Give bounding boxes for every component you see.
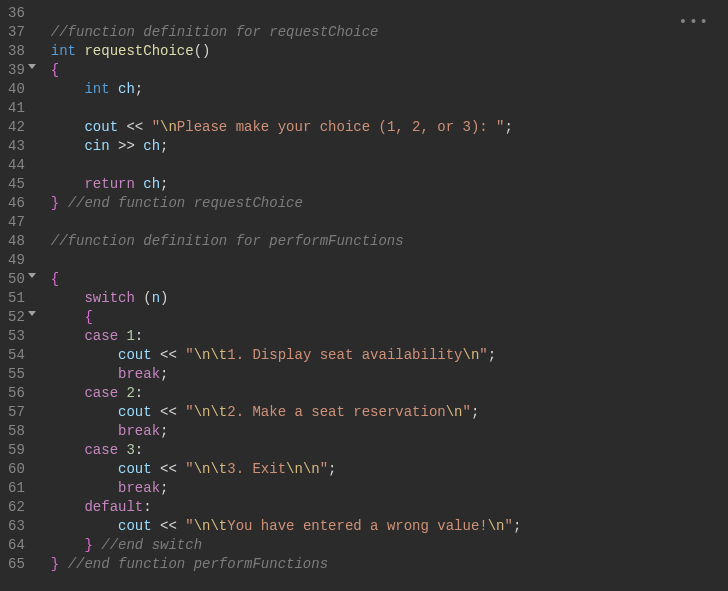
code-line[interactable] bbox=[51, 213, 728, 232]
code-token: \n bbox=[446, 404, 463, 420]
line-number-gutter: 3637383940414243444546474849505152535455… bbox=[0, 0, 39, 591]
code-line[interactable]: case 1: bbox=[51, 327, 728, 346]
code-token: break bbox=[118, 423, 160, 439]
code-line[interactable]: return ch; bbox=[51, 175, 728, 194]
code-area[interactable]: //function definition for requestChoicei… bbox=[39, 0, 728, 591]
code-token: : bbox=[135, 442, 143, 458]
code-token: cin bbox=[84, 138, 109, 154]
code-line[interactable]: break; bbox=[51, 422, 728, 441]
code-line[interactable] bbox=[51, 251, 728, 270]
line-number: 43 bbox=[8, 137, 25, 156]
code-token: ; bbox=[160, 480, 168, 496]
code-token: << bbox=[152, 404, 186, 420]
code-line[interactable] bbox=[51, 99, 728, 118]
code-token: \n bbox=[463, 347, 480, 363]
code-line[interactable]: } //end function performFunctions bbox=[51, 555, 728, 574]
code-line[interactable]: cout << "\n\t1. Display seat availabilit… bbox=[51, 346, 728, 365]
code-line[interactable]: cout << "\nPlease make your choice (1, 2… bbox=[51, 118, 728, 137]
code-token: case bbox=[84, 442, 118, 458]
code-token bbox=[51, 442, 85, 458]
code-token: >> bbox=[110, 138, 144, 154]
code-token: ; bbox=[505, 119, 513, 135]
code-token: " bbox=[463, 404, 471, 420]
code-line[interactable]: cout << "\n\tYou have entered a wrong va… bbox=[51, 517, 728, 536]
code-token: : bbox=[135, 328, 143, 344]
code-line[interactable]: case 2: bbox=[51, 384, 728, 403]
code-token: " bbox=[152, 119, 160, 135]
code-token: ; bbox=[488, 347, 496, 363]
code-token bbox=[110, 81, 118, 97]
code-token: } bbox=[51, 556, 59, 572]
code-token: //end switch bbox=[101, 537, 202, 553]
code-line[interactable]: { bbox=[51, 270, 728, 289]
code-token bbox=[51, 119, 85, 135]
line-number: 38 bbox=[8, 42, 25, 61]
code-token: cout bbox=[118, 404, 152, 420]
code-token bbox=[51, 81, 85, 97]
line-number: 44 bbox=[8, 156, 25, 175]
code-token: //function definition for performFunctio… bbox=[51, 233, 404, 249]
code-line[interactable]: cout << "\n\t2. Make a seat reservation\… bbox=[51, 403, 728, 422]
code-token: ; bbox=[160, 423, 168, 439]
code-line[interactable] bbox=[51, 156, 728, 175]
code-line[interactable]: break; bbox=[51, 479, 728, 498]
code-token: " bbox=[185, 404, 193, 420]
line-number: 52 bbox=[8, 308, 25, 327]
code-line[interactable]: { bbox=[51, 308, 728, 327]
code-line[interactable]: //function definition for requestChoice bbox=[51, 23, 728, 42]
line-number: 48 bbox=[8, 232, 25, 251]
code-line[interactable]: //function definition for performFunctio… bbox=[51, 232, 728, 251]
more-actions-button[interactable]: ••• bbox=[679, 14, 710, 30]
code-token: } bbox=[51, 195, 59, 211]
line-number: 51 bbox=[8, 289, 25, 308]
code-line[interactable]: cout << "\n\t3. Exit\n\n"; bbox=[51, 460, 728, 479]
code-token: " bbox=[185, 461, 193, 477]
code-token bbox=[93, 537, 101, 553]
code-line[interactable]: case 3: bbox=[51, 441, 728, 460]
code-token: " bbox=[185, 518, 193, 534]
code-token: //end function performFunctions bbox=[68, 556, 328, 572]
code-line[interactable]: } //end switch bbox=[51, 536, 728, 555]
line-number: 53 bbox=[8, 327, 25, 346]
code-token bbox=[59, 556, 67, 572]
code-token: \n\t bbox=[194, 347, 228, 363]
code-token bbox=[135, 176, 143, 192]
code-token bbox=[51, 138, 85, 154]
code-token: 3 bbox=[126, 442, 134, 458]
code-token: \n\t bbox=[194, 461, 228, 477]
code-line[interactable]: int ch; bbox=[51, 80, 728, 99]
code-line[interactable] bbox=[51, 4, 728, 23]
code-token: ; bbox=[471, 404, 479, 420]
code-line[interactable]: break; bbox=[51, 365, 728, 384]
code-token: ; bbox=[135, 81, 143, 97]
code-token: } bbox=[84, 537, 92, 553]
line-number: 37 bbox=[8, 23, 25, 42]
code-line[interactable]: int requestChoice() bbox=[51, 42, 728, 61]
line-number: 45 bbox=[8, 175, 25, 194]
code-token: ; bbox=[160, 138, 168, 154]
code-line[interactable]: cin >> ch; bbox=[51, 137, 728, 156]
fold-chevron-icon[interactable] bbox=[28, 64, 36, 69]
code-line[interactable]: switch (n) bbox=[51, 289, 728, 308]
line-number: 41 bbox=[8, 99, 25, 118]
fold-chevron-icon[interactable] bbox=[28, 311, 36, 316]
code-token: requestChoice bbox=[84, 43, 193, 59]
code-token: << bbox=[152, 461, 186, 477]
code-line[interactable]: default: bbox=[51, 498, 728, 517]
line-number: 61 bbox=[8, 479, 25, 498]
code-token bbox=[51, 366, 118, 382]
line-number: 36 bbox=[8, 4, 25, 23]
code-editor[interactable]: 3637383940414243444546474849505152535455… bbox=[0, 0, 728, 591]
code-token: break bbox=[118, 480, 160, 496]
code-token: ) bbox=[160, 290, 168, 306]
line-number: 65 bbox=[8, 555, 25, 574]
code-token: Please make your choice (1, 2, or 3): " bbox=[177, 119, 505, 135]
code-token: { bbox=[51, 271, 59, 287]
fold-chevron-icon[interactable] bbox=[28, 273, 36, 278]
code-line[interactable]: } //end function requestChoice bbox=[51, 194, 728, 213]
code-token bbox=[51, 499, 85, 515]
code-token bbox=[51, 309, 85, 325]
code-line[interactable]: { bbox=[51, 61, 728, 80]
line-number: 47 bbox=[8, 213, 25, 232]
line-number: 54 bbox=[8, 346, 25, 365]
